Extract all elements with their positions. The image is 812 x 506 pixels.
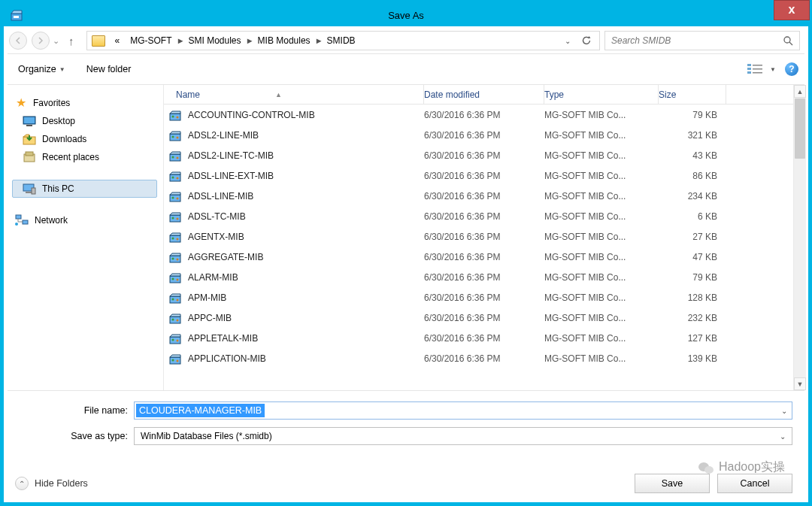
mib-file-icon: [168, 271, 182, 283]
svg-point-31: [177, 136, 179, 138]
file-name: ADSL-LINE-EXT-MIB: [188, 171, 274, 181]
view-options-button[interactable]: ▼: [747, 64, 776, 74]
list-item[interactable]: APPLICATION-MIB6/30/2016 6:36 PMMG-SOFT …: [168, 348, 793, 368]
desktop-icon: [23, 115, 36, 127]
nav-up-button[interactable]: ↑: [68, 35, 74, 47]
svg-rect-22: [23, 220, 28, 224]
list-item[interactable]: ADSL2-LINE-MIB6/30/2016 6:36 PMMG-SOFT M…: [168, 125, 793, 145]
hide-folders-button[interactable]: ⌃ Hide Folders: [15, 477, 88, 490]
chevron-right-icon[interactable]: ▸: [316, 35, 322, 46]
file-type: MG-SOFT MIB Co...: [544, 272, 659, 283]
list-item[interactable]: ADSL-LINE-MIB6/30/2016 6:36 PMMG-SOFT MI…: [168, 186, 793, 206]
nav-back-button[interactable]: [9, 32, 27, 50]
vertical-scrollbar[interactable]: ▲ ▼: [793, 85, 806, 390]
svg-rect-72: [170, 357, 180, 364]
list-item[interactable]: APPLETALK-MIB6/30/2016 6:36 PMMG-SOFT MI…: [168, 328, 793, 348]
mib-file-icon: [168, 150, 182, 162]
sidebar-item-recent-places[interactable]: Recent places: [12, 148, 157, 166]
svg-rect-7: [747, 68, 751, 70]
mib-file-icon: [168, 211, 182, 223]
svg-rect-13: [24, 117, 35, 123]
svg-point-62: [172, 298, 174, 300]
watermark: Hadoop实操: [698, 459, 785, 475]
chevron-right-icon[interactable]: ▸: [177, 35, 183, 46]
file-type: MG-SOFT MIB Co...: [544, 211, 659, 222]
chevron-down-icon: ▼: [59, 66, 65, 73]
column-header-type[interactable]: Type: [544, 85, 659, 104]
sidebar-favorites[interactable]: ★ Favorites: [12, 94, 157, 112]
file-date: 6/30/2016 6:36 PM: [424, 292, 544, 303]
file-name: ADSL2-LINE-TC-MIB: [188, 150, 274, 161]
list-item[interactable]: ACCOUNTING-CONTROL-MIB6/30/2016 6:36 PMM…: [168, 105, 793, 125]
svg-point-67: [177, 319, 179, 321]
chevron-down-icon[interactable]: ⌄: [565, 37, 571, 45]
sidebar-item-downloads[interactable]: Downloads: [12, 130, 157, 148]
address-bar[interactable]: « MG-SOFT ▸ SMI Modules ▸ MIB Modules ▸ …: [86, 31, 601, 50]
sidebar-item-desktop[interactable]: Desktop: [12, 112, 157, 130]
breadcrumb-segment[interactable]: SMI Modules: [183, 34, 247, 47]
svg-marker-41: [170, 192, 180, 195]
file-size: 127 KB: [659, 333, 726, 344]
file-size: 234 KB: [659, 191, 726, 201]
file-name: ADSL-LINE-MIB: [188, 191, 253, 201]
nav-forward-button[interactable]: [32, 32, 50, 50]
search-input[interactable]: Search SMIDB: [604, 31, 800, 50]
svg-marker-37: [170, 172, 180, 174]
file-size: 47 KB: [659, 252, 726, 262]
chevron-down-icon[interactable]: ⌄: [781, 407, 792, 415]
svg-rect-11: [753, 72, 762, 74]
file-date: 6/30/2016 6:36 PM: [424, 150, 544, 161]
svg-point-50: [172, 237, 174, 239]
scroll-up-icon[interactable]: ▲: [794, 85, 806, 98]
list-item[interactable]: ALARM-MIB6/30/2016 6:36 PMMG-SOFT MIB Co…: [168, 267, 793, 287]
filename-input[interactable]: CLOUDERA-MANAGER-MIB ⌄: [134, 401, 792, 420]
file-type: MG-SOFT MIB Co...: [544, 191, 659, 201]
breadcrumb-segment[interactable]: MIB Modules: [253, 34, 316, 47]
mib-file-icon: [168, 129, 182, 141]
file-type: MG-SOFT MIB Co...: [544, 232, 659, 242]
file-type: MG-SOFT MIB Co...: [544, 171, 659, 181]
column-header-date[interactable]: Date modified: [424, 85, 544, 104]
cancel-button[interactable]: Cancel: [717, 474, 792, 493]
organize-button[interactable]: Organize ▼: [14, 61, 70, 77]
save-type-select[interactable]: WinMib Database Files (*.smidb) ⌄: [134, 427, 792, 445]
file-date: 6/30/2016 6:36 PM: [424, 130, 544, 141]
svg-point-38: [172, 176, 174, 178]
sidebar-item-this-pc[interactable]: This PC: [12, 180, 157, 198]
save-button[interactable]: Save: [635, 474, 710, 493]
svg-point-34: [172, 156, 174, 158]
list-item[interactable]: APPC-MIB6/30/2016 6:36 PMMG-SOFT MIB Co.…: [168, 308, 793, 328]
column-header-name[interactable]: Name ▲: [168, 85, 424, 104]
breadcrumb-segment[interactable]: MG-SOFT: [125, 34, 177, 47]
file-type: MG-SOFT MIB Co...: [544, 130, 659, 141]
breadcrumb-segment[interactable]: SMIDB: [322, 34, 361, 47]
svg-point-23: [15, 223, 18, 226]
breadcrumb-prefix: «: [110, 34, 126, 47]
list-item[interactable]: AGENTX-MIB6/30/2016 6:36 PMMG-SOFT MIB C…: [168, 226, 793, 247]
scroll-thumb[interactable]: [795, 98, 805, 159]
column-header-size[interactable]: Size: [659, 85, 726, 104]
list-item[interactable]: ADSL-LINE-EXT-MIB6/30/2016 6:36 PMMG-SOF…: [168, 165, 793, 186]
recent-locations-button[interactable]: ⌄: [53, 36, 59, 46]
svg-rect-24: [170, 114, 180, 120]
list-item[interactable]: AGGREGATE-MIB6/30/2016 6:36 PMMG-SOFT MI…: [168, 247, 793, 267]
mib-file-icon: [168, 332, 182, 344]
close-button[interactable]: x: [774, 0, 810, 20]
svg-rect-40: [170, 195, 180, 201]
help-button[interactable]: ?: [785, 62, 798, 76]
scroll-down-icon[interactable]: ▼: [794, 377, 806, 390]
chevron-right-icon[interactable]: ▸: [247, 35, 253, 46]
list-item[interactable]: ADSL2-LINE-TC-MIB6/30/2016 6:36 PMMG-SOF…: [168, 145, 793, 165]
svg-point-63: [177, 298, 179, 301]
svg-point-46: [172, 217, 174, 219]
new-folder-button[interactable]: New folder: [82, 61, 136, 77]
sidebar-item-network[interactable]: Network: [12, 211, 157, 229]
this-pc-icon: [23, 183, 36, 195]
svg-point-35: [177, 156, 179, 159]
list-item[interactable]: ADSL-TC-MIB6/30/2016 6:36 PMMG-SOFT MIB …: [168, 206, 793, 226]
titlebar[interactable]: Save As x: [4, 4, 808, 26]
list-item[interactable]: APM-MIB6/30/2016 6:36 PMMG-SOFT MIB Co..…: [168, 287, 793, 308]
refresh-icon[interactable]: [581, 35, 592, 46]
recent-places-icon: [23, 151, 36, 163]
svg-rect-56: [170, 276, 180, 283]
